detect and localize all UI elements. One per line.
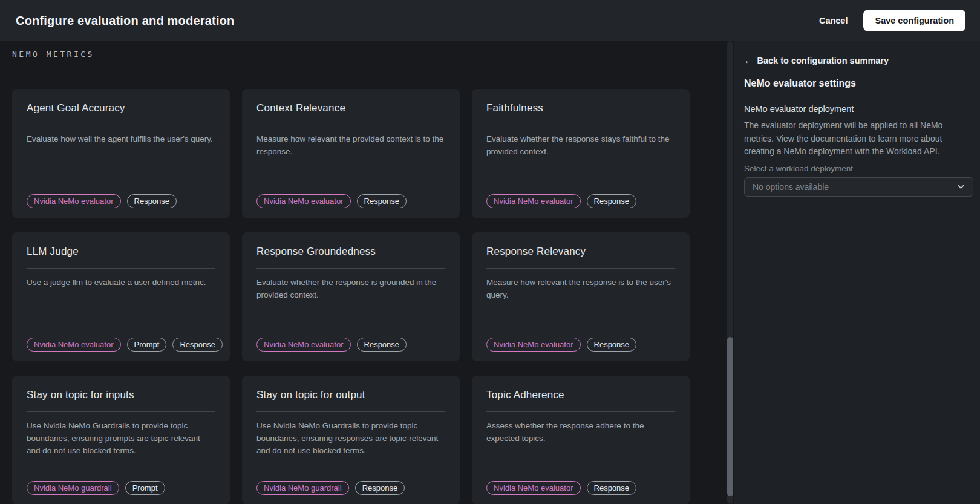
provider-tag: Nvidia NeMo evaluator <box>256 194 351 208</box>
metric-card-description: Assess whether the response adhere to th… <box>486 420 675 445</box>
card-divider <box>27 411 215 412</box>
metric-card[interactable]: Context RelevanceMeasure how relevant th… <box>242 89 460 218</box>
card-divider <box>27 125 215 125</box>
metric-card[interactable]: Topic AdherenceAssess whether the respon… <box>472 376 690 504</box>
metric-card[interactable]: Response GroundednessEvaluate whether th… <box>242 232 460 361</box>
provider-tag: Nvidia NeMo evaluator <box>256 338 351 352</box>
metric-card-title: LLM Judge <box>27 246 215 258</box>
metric-card-description: Use Nvidia NeMo Guardrails to provide to… <box>27 420 215 457</box>
provider-tag: Nvidia NeMo evaluator <box>486 194 581 208</box>
metric-card-description: Evaluate whether the response is grounde… <box>256 277 445 301</box>
metric-card-description: Evaluate whether the response stays fait… <box>486 133 675 158</box>
metric-card-tags: Nvidia NeMo evaluatorResponse <box>256 194 445 208</box>
metric-card-title: Stay on topic for output <box>256 389 445 401</box>
provider-tag: Nvidia NeMo guardrail <box>256 481 349 495</box>
metric-card-tags: Nvidia NeMo guardrailResponse <box>256 481 445 495</box>
provider-tag: Nvidia NeMo evaluator <box>486 338 581 352</box>
metric-card-description: Measure how relevant the response is to … <box>486 277 675 301</box>
card-divider <box>486 411 675 412</box>
metric-card[interactable]: Stay on topic for inputsUse Nvidia NeMo … <box>12 376 230 504</box>
sidebar-title: NeMo evaluator settings <box>744 78 973 89</box>
metric-card[interactable]: Stay on topic for outputUse Nvidia NeMo … <box>242 376 460 504</box>
page-title: Configure evaluation and moderation <box>16 14 234 28</box>
save-configuration-button[interactable]: Save configuration <box>863 10 965 31</box>
metric-card-description: Measure how relevant the provided contex… <box>256 133 445 158</box>
deployment-subsection-title: NeMo evaluator deployment <box>744 104 973 114</box>
io-tag: Response <box>357 194 407 208</box>
card-divider <box>256 411 445 412</box>
top-bar: Configure evaluation and moderation Canc… <box>0 0 980 41</box>
metric-card-description: Use a judge llm to evaluate a user defin… <box>27 277 215 289</box>
provider-tag: Nvidia NeMo evaluator <box>27 194 121 208</box>
metric-card-title: Context Relevance <box>256 102 445 114</box>
scrollbar-track[interactable] <box>727 41 733 504</box>
metric-card-tags: Nvidia NeMo evaluatorResponse <box>27 194 215 208</box>
metric-card[interactable]: Agent Goal AccuracyEvaluate how well the… <box>12 89 230 218</box>
provider-tag: Nvidia NeMo evaluator <box>486 481 581 495</box>
deployment-description: The evaluator deployment will be applied… <box>744 119 969 159</box>
card-divider <box>256 125 445 125</box>
card-divider <box>256 268 445 269</box>
metric-card-tags: Nvidia NeMo evaluatorPromptResponse <box>27 338 215 352</box>
io-tag: Prompt <box>125 481 165 495</box>
provider-tag: Nvidia NeMo guardrail <box>27 481 119 495</box>
metric-card-description: Evaluate how well the agent fulfills the… <box>27 133 215 146</box>
io-tag: Response <box>587 338 637 352</box>
metric-card-tags: Nvidia NeMo evaluatorResponse <box>486 194 675 208</box>
metric-card-title: Response Relevancy <box>486 246 675 258</box>
chevron-down-icon <box>956 182 965 191</box>
metric-card-grid: Agent Goal AccuracyEvaluate how well the… <box>12 89 690 504</box>
metric-card-title: Response Groundedness <box>256 246 445 258</box>
section-heading-nemo-metrics: NEMO METRICS <box>12 50 690 62</box>
card-divider <box>486 268 675 269</box>
back-link-label: Back to configuration summary <box>757 56 889 65</box>
metric-card-tags: Nvidia NeMo evaluatorResponse <box>256 338 445 352</box>
metric-card-title: Stay on topic for inputs <box>27 389 215 401</box>
metric-card-title: Faithfulness <box>486 102 675 114</box>
io-tag: Response <box>127 194 177 208</box>
back-arrow-icon: ← <box>744 56 753 65</box>
metric-card-tags: Nvidia NeMo evaluatorResponse <box>486 338 675 352</box>
settings-sidebar: ← Back to configuration summary NeMo eva… <box>734 41 980 504</box>
top-bar-actions: Cancel Save configuration <box>819 10 965 31</box>
scrollbar-thumb[interactable] <box>727 337 733 496</box>
metric-card-tags: Nvidia NeMo evaluatorResponse <box>486 481 675 495</box>
metric-card[interactable]: LLM JudgeUse a judge llm to evaluate a u… <box>12 232 230 361</box>
io-tag: Response <box>587 194 637 208</box>
metric-card-title: Agent Goal Accuracy <box>27 102 215 114</box>
main-content: NEMO METRICS Agent Goal AccuracyEvaluate… <box>0 41 724 504</box>
cancel-button[interactable]: Cancel <box>819 16 848 25</box>
card-divider <box>486 125 675 125</box>
io-tag: Response <box>587 481 637 495</box>
metric-card-description: Use Nvidia NeMo Guardrails to provide to… <box>256 420 445 457</box>
select-value: No options available <box>753 182 829 192</box>
back-to-configuration-summary-link[interactable]: ← Back to configuration summary <box>744 56 889 65</box>
metric-card[interactable]: Response RelevancyMeasure how relevant t… <box>472 232 690 361</box>
io-tag: Prompt <box>127 338 167 352</box>
workload-deployment-select-label: Select a workload deployment <box>744 164 973 173</box>
io-tag: Response <box>357 338 407 352</box>
provider-tag: Nvidia NeMo evaluator <box>27 338 121 352</box>
io-tag: Response <box>172 338 223 352</box>
metric-card[interactable]: FaithfulnessEvaluate whether the respons… <box>472 89 690 218</box>
workload-deployment-select[interactable]: No options available <box>744 177 973 197</box>
metric-card-title: Topic Adherence <box>486 389 675 401</box>
metric-card-tags: Nvidia NeMo guardrailPrompt <box>27 481 215 495</box>
card-divider <box>27 268 215 269</box>
io-tag: Response <box>355 481 405 495</box>
